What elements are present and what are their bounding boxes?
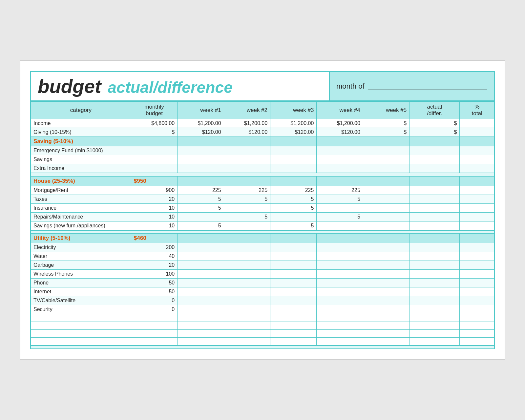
section-label: House (25-35%) xyxy=(31,176,131,186)
cell-w1 xyxy=(178,176,224,186)
empty-row xyxy=(31,338,494,346)
table-row: Savings (new furn./appliances) 10 5 5 xyxy=(31,221,494,230)
cell-w2: 225 xyxy=(224,186,270,195)
cell-actual xyxy=(410,212,460,221)
cell-w1: 5 xyxy=(178,203,224,212)
cell-w5 xyxy=(363,212,409,221)
cell-actual xyxy=(410,296,460,305)
table-row: Phone 50 xyxy=(31,279,494,287)
cell-pct xyxy=(460,212,494,221)
cell-actual xyxy=(410,137,460,146)
cell-category: Savings (new furn./appliances) xyxy=(31,221,131,230)
cell-pct xyxy=(460,261,494,270)
cell-category: Electricity xyxy=(31,243,131,252)
cell-pct xyxy=(460,243,494,252)
cell-monthly xyxy=(131,137,177,146)
cell-w3 xyxy=(270,338,317,346)
cell-monthly: 10 xyxy=(131,221,177,230)
cell-pct xyxy=(460,330,494,338)
cell-w5 xyxy=(363,186,409,195)
cell-w1: 5 xyxy=(178,195,224,203)
cell-w1 xyxy=(178,314,224,322)
cell-w5 xyxy=(363,155,409,164)
cell-monthly: 100 xyxy=(131,270,177,279)
cell-category: Emergency Fund (min.$1000) xyxy=(31,146,131,155)
col-header-week5: week #5 xyxy=(363,102,409,119)
cell-w1: 5 xyxy=(178,221,224,230)
cell-actual xyxy=(410,234,460,243)
table-row: TV/Cable/Satellite 0 xyxy=(31,296,494,305)
table-row: Emergency Fund (min.$1000) xyxy=(31,146,494,155)
cell-w4 xyxy=(317,234,363,243)
cell-w3: $120.00 xyxy=(270,128,317,137)
table-row: Security 0 xyxy=(31,305,494,314)
cell-w2 xyxy=(224,322,270,330)
cell-category xyxy=(31,322,131,330)
table-row: Wireless Phones 100 xyxy=(31,270,494,279)
cell-category: TV/Cable/Satellite xyxy=(31,296,131,305)
table-header-row: category monthlybudget week #1 week #2 w… xyxy=(31,102,494,119)
cell-pct xyxy=(460,176,494,186)
cell-w5 xyxy=(363,270,409,279)
cell-category: Security xyxy=(31,305,131,314)
cell-w2 xyxy=(224,305,270,314)
cell-w3 xyxy=(270,164,317,173)
cell-monthly xyxy=(131,322,177,330)
col-header-actual: actual/differ. xyxy=(410,102,460,119)
cell-w2 xyxy=(224,243,270,252)
cell-monthly: 20 xyxy=(131,195,177,203)
table-row: Internet 50 xyxy=(31,287,494,296)
empty-row xyxy=(31,330,494,338)
table-row: Savings xyxy=(31,155,494,164)
col-header-week4: week #4 xyxy=(317,102,363,119)
table-row: Income $4,800.00 $1,200.00 $1,200.00 $1,… xyxy=(31,119,494,128)
cell-pct xyxy=(460,203,494,212)
cell-w3 xyxy=(270,296,317,305)
cell-monthly xyxy=(131,155,177,164)
cell-w5 xyxy=(363,314,409,322)
cell-w5 xyxy=(363,305,409,314)
cell-w3: $1,200.00 xyxy=(270,119,317,128)
header-right: month of xyxy=(330,72,494,100)
cell-actual xyxy=(410,279,460,287)
cell-monthly xyxy=(131,338,177,346)
table-row: Garbage 20 xyxy=(31,261,494,270)
cell-pct xyxy=(460,296,494,305)
table-row: Repairs/Maintenance 10 5 5 xyxy=(31,212,494,221)
cell-category: Extra Income xyxy=(31,164,131,173)
cell-actual xyxy=(410,195,460,203)
cell-w1 xyxy=(178,243,224,252)
cell-category: Phone xyxy=(31,279,131,287)
cell-actual: $ xyxy=(410,119,460,128)
cell-w1 xyxy=(178,234,224,243)
cell-actual xyxy=(410,243,460,252)
cell-w1 xyxy=(178,330,224,338)
cell-w5 xyxy=(363,195,409,203)
cell-w3 xyxy=(270,137,317,146)
cell-actual xyxy=(410,155,460,164)
cell-w2 xyxy=(224,330,270,338)
cell-monthly: 200 xyxy=(131,243,177,252)
cell-pct xyxy=(460,119,494,128)
cell-w1 xyxy=(178,261,224,270)
cell-category: Garbage xyxy=(31,261,131,270)
cell-w1 xyxy=(178,287,224,296)
cell-w1: $1,200.00 xyxy=(178,119,224,128)
table-row: Taxes 20 5 5 5 5 xyxy=(31,195,494,203)
cell-monthly xyxy=(131,146,177,155)
cell-w4: 5 xyxy=(317,212,363,221)
separator-cell xyxy=(31,173,494,176)
cell-w2: 5 xyxy=(224,195,270,203)
cell-w2: 5 xyxy=(224,212,270,221)
table-row: Giving (10-15%) $ $120.00 $120.00 $120.0… xyxy=(31,128,494,137)
cell-monthly: $4,800.00 xyxy=(131,119,177,128)
cell-w5 xyxy=(363,322,409,330)
cell-actual xyxy=(410,164,460,173)
cell-w2 xyxy=(224,146,270,155)
cell-w3 xyxy=(270,176,317,186)
cell-w1 xyxy=(178,155,224,164)
cell-w5 xyxy=(363,252,409,261)
cell-w5 xyxy=(363,296,409,305)
cell-actual xyxy=(410,287,460,296)
cell-pct xyxy=(460,137,494,146)
